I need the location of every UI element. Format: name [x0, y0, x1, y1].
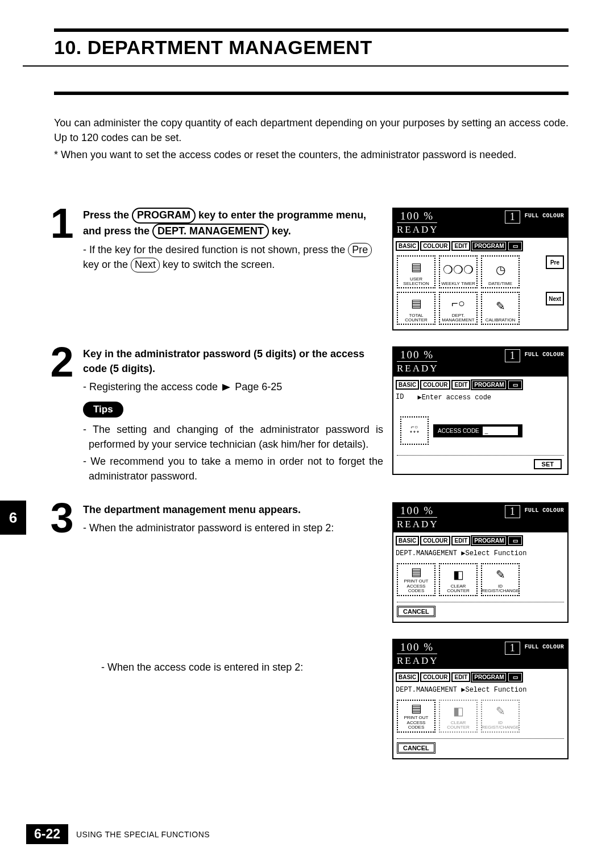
- section-rule: [54, 92, 569, 95]
- lcd-screen-program-menu: FULL COLOUR 1 100 % READY BASIC COLOUR E…: [392, 208, 569, 330]
- intro-paragraph: You can administer the copy quantity of …: [54, 115, 569, 145]
- lcd-btn-clear-counter[interactable]: ◧CLEAR COUNTER: [439, 563, 478, 596]
- lcd-access-code-field[interactable]: ACCESS CODE _: [433, 424, 522, 437]
- lcd-key-icon: ⌐○***: [400, 416, 429, 445]
- step-1: 1 Press the PROGRAM key to enter the pro…: [45, 208, 569, 330]
- step1-sub-mid: key or the: [83, 259, 131, 270]
- lcd-tab-program[interactable]: PROGRAM: [471, 241, 507, 251]
- lcd-ready: READY: [397, 655, 564, 667]
- lcd-screen-dept-menu-access: FULL COLOUR 1 100 % READY BASIC COLOUR E…: [392, 639, 569, 759]
- intro-note: * When you want to set the access codes …: [54, 147, 569, 162]
- lcd-id-label: ID: [396, 393, 404, 402]
- lcd-ready: READY: [397, 224, 564, 235]
- step3-sub-access: - When the access code is entered in ste…: [101, 662, 392, 673]
- lcd-tab-edit[interactable]: EDIT: [451, 536, 470, 545]
- step2-page-ref: Page 6-25: [232, 381, 282, 392]
- lcd-tab-colour[interactable]: COLOUR: [420, 241, 450, 251]
- lcd-tab-colour[interactable]: COLOUR: [420, 672, 450, 682]
- step-2: 2 Key in the administrator password (5 d…: [45, 346, 569, 486]
- tip-item: The setting and changing of the administ…: [83, 422, 383, 452]
- lcd-mode: FULL COLOUR: [525, 213, 564, 219]
- lcd-btn-total-counter[interactable]: ▤TOTAL COUNTER: [397, 292, 435, 325]
- lcd-subhead: DEPT.MANAGEMENT ▶Select Function: [393, 684, 567, 697]
- next-keycap: Next: [131, 258, 160, 272]
- tips-label: Tips: [83, 402, 123, 418]
- lcd-ready: READY: [397, 363, 564, 374]
- lcd-tab-basic[interactable]: BASIC: [396, 672, 419, 682]
- lcd-subhead: DEPT.MANAGEMENT ▶Select Function: [393, 548, 567, 561]
- lcd-tab-edit[interactable]: EDIT: [451, 672, 470, 682]
- lcd-set-button[interactable]: SET: [534, 459, 562, 469]
- dept-mgmt-keycap: DEPT. MANAGEMENT: [152, 224, 269, 239]
- lcd-tab-edit[interactable]: EDIT: [451, 380, 470, 390]
- lcd-cancel-button[interactable]: CANCEL: [397, 742, 435, 754]
- step-number: 1: [45, 208, 78, 239]
- header-rule: [54, 28, 569, 32]
- lcd-percent: 100 %: [397, 505, 437, 518]
- step1-sub-a: - If the key for the desired function is…: [83, 244, 348, 255]
- page-title: 10. DEPARTMENT MANAGEMENT: [54, 34, 569, 65]
- lcd-prompt-text: ▶Enter access code: [417, 393, 491, 402]
- page-ref-arrow-icon: [222, 384, 230, 391]
- program-keycap: PROGRAM: [132, 208, 196, 223]
- lcd-btn-print-access-codes[interactable]: ▤PRINT OUT ACCESS CODES: [397, 563, 435, 596]
- lcd-mode: FULL COLOUR: [525, 352, 564, 358]
- lcd-screen-access-code: FULL COLOUR 1 100 % READY BASIC COLOUR E…: [392, 346, 569, 475]
- step-3: 3 The department management menu appears…: [45, 502, 569, 623]
- lcd-ready: READY: [397, 519, 564, 530]
- step3-sub-admin: - When the administrator password is ent…: [83, 520, 383, 535]
- lcd-tab-program[interactable]: PROGRAM: [471, 380, 507, 390]
- lcd-tab-icon[interactable]: ▭: [508, 380, 522, 390]
- lcd-percent: 100 %: [397, 349, 437, 362]
- page-footer: 6-22 USING THE SPECIAL FUNCTIONS: [26, 824, 210, 844]
- step1-sub: - If the key for the desired function is…: [83, 242, 383, 272]
- step2-bold: Key in the administrator password (5 dig…: [83, 348, 364, 374]
- lcd-tab-icon[interactable]: ▭: [508, 241, 522, 251]
- lcd-btn-print-access-codes[interactable]: ▤PRINT OUT ACCESS CODES: [397, 700, 435, 733]
- page-number: 6-22: [26, 824, 68, 844]
- intro-text: You can administer the copy quantity of …: [54, 115, 569, 162]
- lcd-next-button[interactable]: Next: [546, 292, 564, 305]
- lcd-tab-icon[interactable]: ▭: [508, 536, 522, 545]
- lcd-btn-user-selection[interactable]: ▤USER SELECTION: [397, 255, 435, 288]
- lcd-tab-basic[interactable]: BASIC: [396, 380, 419, 390]
- step2-sub: - Registering the access code Page 6-25: [83, 379, 383, 394]
- lcd-btn-dept-management[interactable]: ⌐○DEPT. MANAGEMENT: [439, 292, 478, 325]
- lcd-btn-weekly-timer[interactable]: ❍❍❍WEEKLY TIMER: [439, 255, 478, 288]
- lcd-access-value: _: [483, 427, 518, 435]
- lcd-percent: 100 %: [397, 210, 437, 223]
- lcd-tab-colour[interactable]: COLOUR: [420, 380, 450, 390]
- lcd-mode: FULL COLOUR: [525, 644, 564, 650]
- lcd-tab-icon[interactable]: ▭: [508, 672, 522, 682]
- lcd-btn-date-time[interactable]: ◷DATE/TIME: [481, 255, 520, 288]
- lcd-pre-button[interactable]: Pre: [546, 255, 564, 269]
- lcd-tab-colour[interactable]: COLOUR: [420, 536, 450, 545]
- lcd-percent: 100 %: [397, 641, 437, 654]
- lcd-count: 1: [505, 349, 520, 362]
- step2-sub-a: - Registering the access code: [83, 381, 221, 392]
- chapter-side-tab: 6: [0, 501, 26, 535]
- lcd-btn-id-regist-change[interactable]: ✎ID REGIST/CHANGE: [481, 563, 520, 596]
- lcd-tab-basic[interactable]: BASIC: [396, 241, 419, 251]
- lcd-tab-edit[interactable]: EDIT: [451, 241, 470, 251]
- lcd-count: 1: [505, 210, 520, 224]
- step3-bold: The department management menu appears.: [83, 504, 301, 515]
- lcd-tab-program[interactable]: PROGRAM: [471, 672, 507, 682]
- lcd-count: 1: [505, 505, 520, 518]
- step1-text-c: key.: [269, 225, 291, 237]
- lcd-cancel-button[interactable]: CANCEL: [397, 606, 435, 617]
- lcd-btn-id-regist-change-disabled: ✎ID REGIST/CHANGE: [481, 700, 520, 733]
- lcd-btn-clear-counter-disabled: ◧CLEAR COUNTER: [439, 700, 478, 733]
- lcd-count: 1: [505, 642, 520, 655]
- tip-item: We recommend you to take a memo in order…: [83, 454, 383, 483]
- pre-keycap: Pre: [348, 243, 372, 257]
- lcd-screen-dept-menu-admin: FULL COLOUR 1 100 % READY BASIC COLOUR E…: [392, 502, 569, 623]
- lcd-mode: FULL COLOUR: [525, 507, 564, 514]
- lcd-btn-calibration[interactable]: ✎CALIBRATION: [481, 292, 520, 325]
- tips-list: The setting and changing of the administ…: [83, 422, 383, 483]
- step1-text-a: Press the: [83, 209, 132, 221]
- lcd-tab-program[interactable]: PROGRAM: [471, 536, 507, 545]
- step-number: 2: [45, 346, 78, 378]
- lcd-tab-basic[interactable]: BASIC: [396, 536, 419, 545]
- step-3-access-variant: - When the access code is entered in ste…: [45, 639, 569, 759]
